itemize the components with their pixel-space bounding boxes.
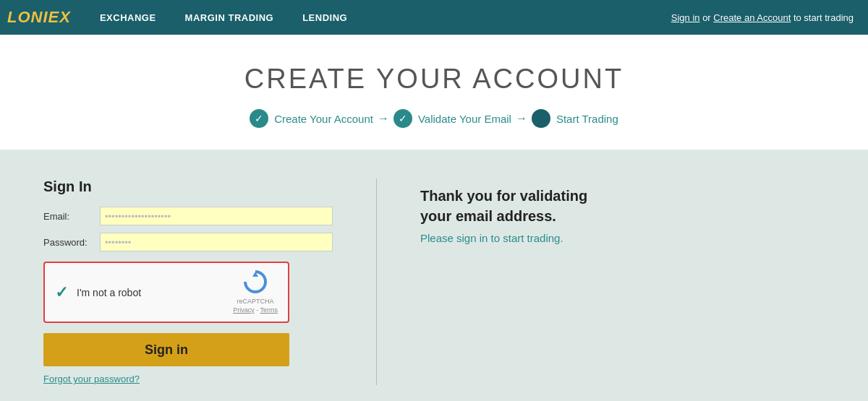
steps-indicator: ✓ Create Your Account → ✓ Validate Your … — [14, 109, 854, 128]
recaptcha-brand: reCAPTCHA — [237, 298, 274, 305]
recaptcha-right: reCAPTCHA Privacy - Terms — [233, 270, 278, 314]
recaptcha-text: reCAPTCHA Privacy - Terms — [233, 298, 278, 314]
header: LONIEX EXCHANGE MARGIN TRADING LENDING S… — [0, 0, 868, 35]
step-validate-email: ✓ Validate Your Email — [393, 109, 511, 128]
email-row: Email: — [43, 207, 333, 225]
recaptcha-left: ✓ I'm not a robot — [55, 283, 141, 302]
recaptcha-check-icon: ✓ — [55, 283, 68, 302]
section-divider — [376, 178, 377, 385]
hero-section: CREATE YOUR ACCOUNT ✓ Create Your Accoun… — [0, 35, 868, 150]
right-section: Thank you for validatingyour email addre… — [420, 178, 825, 385]
recaptcha-privacy-link[interactable]: Privacy — [233, 306, 255, 314]
right-subtitle: Please sign in to start trading. — [420, 232, 825, 244]
nav-exchange[interactable]: EXCHANGE — [85, 0, 171, 35]
step-create-account: ✓ Create Your Account — [250, 109, 373, 128]
password-row: Password: — [43, 233, 333, 251]
main-content: Sign In Email: Password: ✓ I'm not a rob… — [0, 150, 868, 401]
step-arrow-1: → — [378, 112, 389, 125]
step-3-circle-icon — [532, 109, 550, 128]
recaptcha-label: I'm not a robot — [77, 287, 141, 298]
signin-link[interactable]: Sign in — [671, 12, 700, 23]
signin-button[interactable]: Sign in — [43, 333, 289, 366]
create-account-link[interactable]: Create an Account — [713, 12, 791, 23]
forgot-password-link[interactable]: Forgot your password? — [43, 374, 140, 384]
logo-text: ONIEX — [17, 8, 70, 26]
step-1-label: Create Your Account — [274, 113, 373, 125]
email-input[interactable] — [100, 207, 333, 225]
header-suffix-text: to start trading — [791, 12, 854, 23]
email-label: Email: — [43, 211, 94, 222]
step-arrow-2: → — [516, 112, 527, 125]
password-label: Password: — [43, 237, 94, 248]
signin-section: Sign In Email: Password: ✓ I'm not a rob… — [43, 178, 333, 385]
recaptcha-box[interactable]: ✓ I'm not a robot reCAPTCHA Privacy - Te… — [43, 262, 289, 323]
header-or-text: or — [700, 12, 714, 23]
password-input[interactable] — [100, 233, 333, 251]
logo: LONIEX — [7, 8, 71, 27]
logo-prefix: L — [7, 8, 17, 26]
page-title: CREATE YOUR ACCOUNT — [14, 64, 854, 95]
recaptcha-logo — [244, 270, 267, 296]
step-3-label: Start Trading — [556, 113, 618, 125]
step-2-label: Validate Your Email — [418, 113, 511, 125]
recaptcha-logo-icon — [244, 270, 267, 293]
signin-title: Sign In — [43, 178, 333, 195]
header-auth-links: Sign in or Create an Account to start tr… — [671, 12, 868, 23]
recaptcha-terms-link[interactable]: Terms — [260, 306, 278, 314]
nav-margin-trading[interactable]: MARGIN TRADING — [171, 0, 289, 35]
step-1-check-icon: ✓ — [250, 109, 268, 128]
main-nav: EXCHANGE MARGIN TRADING LENDING — [85, 0, 362, 35]
step-2-check-icon: ✓ — [393, 109, 412, 128]
right-title: Thank you for validatingyour email addre… — [420, 186, 825, 226]
nav-lending[interactable]: LENDING — [288, 0, 362, 35]
step-start-trading: Start Trading — [532, 109, 618, 128]
